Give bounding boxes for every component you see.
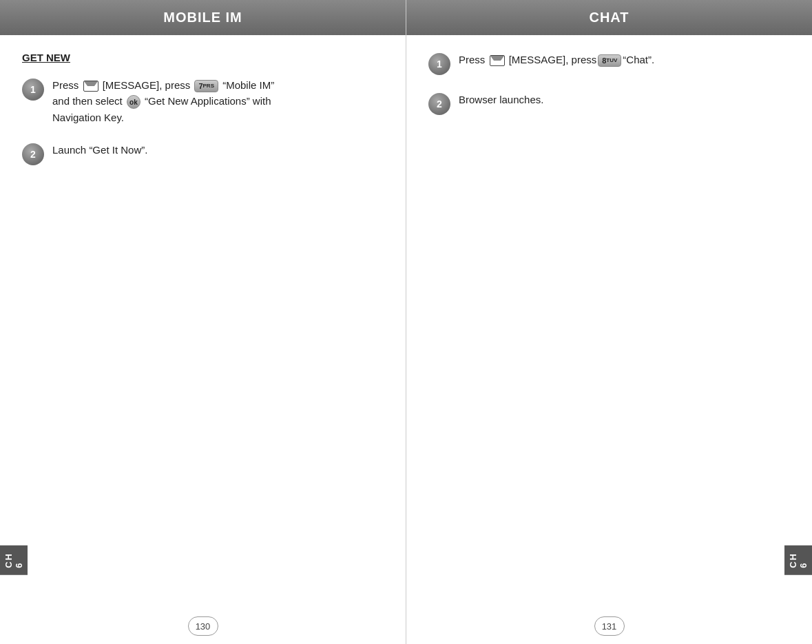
page-number-right: 131 bbox=[594, 616, 625, 636]
step-2-left-text: Launch “Get It Now”. bbox=[52, 142, 147, 158]
left-panel: MOBILE IM GET NEW 1 Press [MESSAGE], pre… bbox=[0, 0, 406, 644]
get-new-title: GET NEW bbox=[22, 52, 384, 63]
chat-header: CHAT bbox=[406, 0, 812, 35]
page-number-right-wrapper: 131 bbox=[594, 616, 625, 636]
step-badge-1-right: 1 bbox=[428, 53, 450, 75]
step-2-right: 2 Browser launches. bbox=[428, 92, 790, 115]
mobile-im-content: GET NEW 1 Press [MESSAGE], press 7PRS “M… bbox=[0, 35, 406, 644]
ch6-tab-left: CH6 bbox=[0, 546, 28, 575]
step-badge-2-right: 2 bbox=[428, 93, 450, 115]
step-1-left: 1 Press [MESSAGE], press 7PRS “Mobile IM… bbox=[22, 77, 384, 125]
page-number-left: 130 bbox=[188, 616, 218, 636]
key-8tuv: 8TUV bbox=[598, 54, 621, 67]
page-number-left-wrapper: 130 bbox=[188, 616, 218, 636]
step-1-right-text: Press [MESSAGE], press8TUV“Chat”. bbox=[459, 52, 654, 67]
step-badge-1-left: 1 bbox=[22, 79, 44, 101]
ch6-tab-right: CH6 bbox=[784, 546, 812, 575]
step-2-left: 2 Launch “Get It Now”. bbox=[22, 142, 384, 165]
step-badge-2-left: 2 bbox=[22, 143, 44, 165]
ok-button-icon: ok bbox=[127, 95, 140, 109]
mobile-im-header: MOBILE IM bbox=[0, 0, 406, 35]
step-2-right-text: Browser launches. bbox=[459, 92, 543, 107]
message-icon-1 bbox=[83, 81, 98, 92]
step-1-left-text: Press [MESSAGE], press 7PRS “Mobile IM” … bbox=[52, 77, 274, 125]
chat-content: 1 Press [MESSAGE], press8TUV“Chat”. 2 Br… bbox=[406, 35, 812, 644]
page-layout: MOBILE IM GET NEW 1 Press [MESSAGE], pre… bbox=[0, 0, 812, 644]
message-icon-chat bbox=[490, 55, 505, 66]
key-7prs: 7PRS bbox=[194, 80, 218, 92]
right-panel: CHAT 1 Press [MESSAGE], press8TUV“Chat”.… bbox=[406, 0, 812, 644]
step-1-right: 1 Press [MESSAGE], press8TUV“Chat”. bbox=[428, 52, 790, 75]
